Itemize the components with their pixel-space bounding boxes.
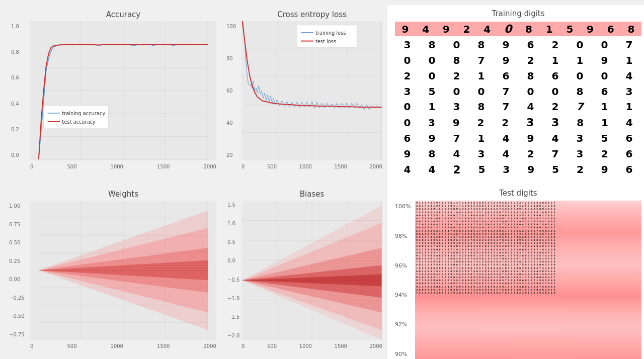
test-digits-y-axis: 100% 98% 96% 94% 92% 90% xyxy=(395,201,415,359)
digit: 3 xyxy=(503,163,510,175)
digit: 9 xyxy=(503,54,510,66)
digit: 6 xyxy=(527,39,534,51)
digit: 5 xyxy=(429,85,436,98)
digit: 9 xyxy=(401,23,409,35)
digit: 4 xyxy=(404,163,411,175)
digit: 1 xyxy=(601,117,608,129)
digit: 3 xyxy=(404,85,411,98)
digit: 0 xyxy=(429,54,436,66)
digit: 8 xyxy=(525,23,532,35)
y-label-100: 100% xyxy=(395,203,415,210)
digit: 2 xyxy=(601,148,608,160)
y-label-90: 90% xyxy=(395,351,415,357)
digit: 2 xyxy=(477,117,485,129)
test-digits-text-row: 4 8 2 0 6 3 7 5 9 1 4 8 2 0 6 3 7 5 9 1 … xyxy=(416,263,640,266)
digit: 8 xyxy=(478,39,485,51)
digit: 5 xyxy=(552,163,559,175)
digit: 7 xyxy=(626,39,633,51)
digit: 3 xyxy=(551,116,559,129)
digit: 8 xyxy=(429,148,436,160)
digit: 8 xyxy=(628,23,635,35)
digit: 8 xyxy=(527,70,534,82)
test-digits-text-row: 0 4 8 2 6 3 9 5 1 7 0 4 8 2 6 3 9 5 1 7 … xyxy=(416,239,640,241)
test-digits-text-row: 5 9 1 3 7 4 6 2 8 0 5 9 1 3 7 4 6 2 8 0 … xyxy=(416,236,640,238)
weights-svg xyxy=(30,201,216,340)
digit: 2 xyxy=(527,54,534,66)
digit: 0 xyxy=(404,54,411,66)
test-digits-visualization: 9 1 4 3 7 2 1 9 4 6 3 0 0 1 3 7 2 1 9 5 … xyxy=(415,201,641,359)
digit: 6 xyxy=(601,85,608,98)
digit: 0 xyxy=(404,117,411,129)
digit: 3 xyxy=(428,117,435,129)
accuracy-svg: training accuracy test accuracy xyxy=(30,21,216,160)
digit: 9 xyxy=(587,23,594,35)
svg-text:test loss: test loss xyxy=(315,39,336,44)
test-digits-text-row: 9 1 4 3 7 2 1 9 4 6 3 0 0 1 3 7 2 1 9 5 … xyxy=(416,202,640,204)
digit: 0 xyxy=(429,70,436,82)
digit: 1 xyxy=(601,101,608,113)
digit: 4 xyxy=(484,23,491,35)
digit: 2 xyxy=(527,148,534,160)
accuracy-chart-panel: Accuracy xyxy=(5,5,221,185)
test-digits-text-row: 9 1 3 7 5 0 4 8 6 2 9 1 3 7 5 0 4 8 6 2 … xyxy=(416,286,640,288)
test-digits-text-row: 7 1 5 9 3 8 0 4 6 2 7 1 5 9 3 8 0 4 6 2 … xyxy=(416,242,640,244)
y-label-98: 98% xyxy=(395,233,415,239)
svg-text:training loss: training loss xyxy=(315,30,346,36)
test-digits-text-row: 2 6 8 4 0 3 9 1 5 7 2 6 8 4 0 3 9 1 5 7 … xyxy=(416,289,640,291)
digit: 8 xyxy=(453,54,460,66)
digit: 5 xyxy=(566,23,573,35)
digit: 3 xyxy=(453,101,460,113)
test-digits-text-row: 2 0 1 7 3 4 1 9 5 6 2 8 0 3 1 7 4 2 9 5 … xyxy=(416,205,640,207)
digit: 9 xyxy=(429,132,436,144)
digit: 7 xyxy=(503,85,510,98)
test-digits-text-row: 8 2 6 0 4 9 3 1 7 5 8 2 6 0 4 9 3 1 7 5 … xyxy=(416,276,640,279)
digit: 9 xyxy=(443,23,450,35)
digit: 6 xyxy=(626,132,633,144)
svg-text:test accuracy: test accuracy xyxy=(62,119,96,125)
test-digits-text-row: 9 1 3 5 7 4 2 8 6 0 9 1 3 5 7 4 2 8 6 0 … xyxy=(416,254,640,257)
test-digits-text-row: 0 8 4 6 2 7 3 5 1 9 0 8 4 6 2 7 3 5 1 9 … xyxy=(416,214,640,217)
test-digits-text-row: 1 9 5 7 3 4 8 2 0 6 1 9 5 7 3 4 8 2 0 6 … xyxy=(416,267,640,270)
digit: 1 xyxy=(429,101,436,113)
digit: 2 xyxy=(453,70,460,82)
digit: 7 xyxy=(503,101,510,113)
digit: 6 xyxy=(503,70,510,82)
digit: 5 xyxy=(601,132,608,144)
digit: 4 xyxy=(503,132,510,144)
digit: 0 xyxy=(504,23,512,35)
digit: 7 xyxy=(552,148,559,160)
digit: 9 xyxy=(527,132,534,144)
digit: 9 xyxy=(453,117,460,129)
digit: 4 xyxy=(503,148,510,160)
loss-chart-panel: Cross entropy loss training xyxy=(221,5,387,185)
biases-title: Biases xyxy=(242,190,382,199)
test-digits-text-row: 4 6 2 8 0 3 9 1 5 7 4 2 6 8 0 3 9 1 5 7 … xyxy=(416,208,640,210)
digit: 2 xyxy=(552,101,559,113)
digit: 1 xyxy=(626,101,633,113)
digit: 1 xyxy=(577,54,584,66)
y-label-96: 96% xyxy=(395,262,415,269)
test-digits-text-row: 7 5 1 3 9 0 6 2 8 4 7 5 1 3 9 0 6 2 8 4 … xyxy=(416,260,640,263)
digit: 0 xyxy=(404,101,411,113)
biases-chart-area: 1.51.00.50.0−0.5−1.0−1.5−2.0 05001000150… xyxy=(242,201,382,340)
svg-text:training accuracy: training accuracy xyxy=(62,111,105,116)
digit: 3 xyxy=(478,148,485,160)
accuracy-chart-area: training accuracy test accuracy 1.00.80.… xyxy=(30,21,216,160)
digit: 4 xyxy=(428,163,435,175)
test-digits-title: Test digits xyxy=(395,189,641,198)
digit: 8 xyxy=(478,101,485,113)
digit: 3 xyxy=(526,116,534,129)
test-digits-text-row: 6 0 4 2 8 5 1 9 3 7 6 0 4 2 8 5 1 9 3 7 … xyxy=(416,270,640,273)
digit: 1 xyxy=(626,54,633,66)
digit: 0 xyxy=(601,70,608,82)
digit: 2 xyxy=(463,23,470,35)
digit: 3 xyxy=(577,132,584,144)
digit: 0 xyxy=(552,85,559,98)
test-digits-text-row: 5 7 1 3 9 2 8 6 0 4 5 7 1 3 9 2 8 6 0 4 … xyxy=(416,279,640,282)
test-digits-content: 100% 98% 96% 94% 92% 90% 9 1 4 3 7 2 1 9… xyxy=(395,201,641,359)
digit: 9 xyxy=(601,163,608,175)
y-label-92: 92% xyxy=(395,321,415,328)
training-digits-panel: Training digits 9 4 9 2 4 0 8 1 5 9 6 8 … xyxy=(387,5,644,185)
main-container: Accuracy xyxy=(0,0,644,359)
training-digits-grid: 9 4 9 2 4 0 8 1 5 9 6 8 3 8 0 8 9 6 2 xyxy=(395,21,641,177)
